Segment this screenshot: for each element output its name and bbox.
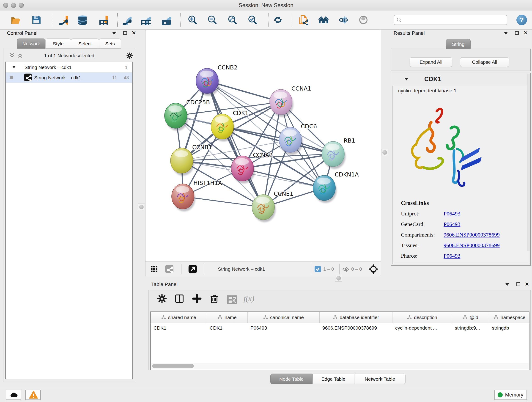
network-graph[interactable]: CCNB2CCNA1CDC25BCDK1CDC6RB1CCNB1CCNA2CDK…: [146, 30, 381, 262]
network-node-CDC6[interactable]: [279, 127, 303, 155]
protein-structure-image: [402, 101, 494, 191]
table-settings-button[interactable]: [157, 294, 167, 304]
eye-slash-icon: [338, 15, 349, 25]
save-session-button[interactable]: [31, 15, 41, 25]
tab-style[interactable]: Style: [45, 38, 71, 49]
export-table-button[interactable]: [140, 15, 151, 25]
string-import-button[interactable]: [298, 15, 308, 25]
export-table-icon: [140, 15, 151, 25]
panel-float-icon[interactable]: [516, 282, 520, 286]
import-network-database-button[interactable]: [76, 15, 87, 25]
tab-edge-table[interactable]: Edge Table: [312, 374, 354, 384]
column-header-name[interactable]: name: [207, 312, 248, 323]
cloud-button[interactable]: [6, 390, 21, 400]
zoom-selected-button[interactable]: [247, 15, 258, 25]
column-header-namespace[interactable]: namespace: [489, 312, 530, 323]
collection-expander-icon[interactable]: [13, 66, 16, 68]
share-icon[interactable]: [165, 265, 173, 273]
options-gear-icon[interactable]: [126, 52, 133, 59]
zoom-in-button[interactable]: [187, 15, 198, 25]
function-builder-button[interactable]: f(x): [244, 294, 254, 304]
warning-icon: [29, 390, 38, 400]
zoom-out-button[interactable]: [207, 15, 217, 25]
panel-menu-icon[interactable]: [112, 32, 116, 35]
search-input[interactable]: [394, 15, 507, 25]
column-header-shared-name[interactable]: shared name: [151, 312, 207, 323]
open-session-button[interactable]: [10, 15, 21, 25]
crosslink-link[interactable]: 9606.ENSP00000378699: [443, 242, 500, 248]
add-column-button[interactable]: [192, 294, 202, 304]
network-view-canvas[interactable]: CCNB2CCNA1CDC25BCDK1CDC6RB1CCNB1CCNA2CDK…: [145, 30, 381, 262]
import-table-button[interactable]: [97, 15, 108, 25]
open-external-icon[interactable]: [188, 264, 197, 274]
trash-icon: [209, 294, 219, 304]
panel-close-icon[interactable]: ✕: [132, 31, 136, 35]
network-node-CDC25B[interactable]: [165, 103, 188, 131]
delete-column-button[interactable]: [209, 294, 219, 304]
show-columns-button[interactable]: [174, 294, 184, 304]
tab-network[interactable]: Network: [17, 38, 45, 49]
panel-close-icon[interactable]: ✕: [525, 282, 529, 287]
import-network-file-button[interactable]: [57, 15, 68, 25]
network-node-CCNA1[interactable]: [270, 89, 293, 117]
memory-button[interactable]: Memory: [494, 390, 527, 400]
tab-network-table[interactable]: Network Table: [354, 374, 405, 384]
network-node-HIST1H1A[interactable]: [172, 184, 195, 211]
column-header-database-identifier[interactable]: database identifier: [320, 312, 393, 323]
expand-all-button[interactable]: Expand All: [410, 57, 452, 67]
crosslink-link[interactable]: P06493: [443, 211, 460, 217]
network-row-selected[interactable]: String Network – cdk1 11 48: [6, 72, 132, 83]
zoom-fit-button[interactable]: [227, 15, 238, 25]
network-node-CDKN1A[interactable]: [313, 175, 336, 203]
zoom-fit-icon: [227, 15, 238, 25]
network-node-CCNB2[interactable]: [196, 68, 220, 96]
export-image-icon: [160, 15, 171, 25]
network-node-CCNE1[interactable]: [252, 195, 276, 222]
warnings-button[interactable]: [25, 390, 41, 400]
toolbar-separator: [268, 13, 268, 27]
collapse-section-icon[interactable]: [405, 78, 408, 80]
help-button[interactable]: ?: [516, 15, 527, 25]
selected-checkbox-icon[interactable]: [315, 266, 321, 272]
panel-close-icon[interactable]: ✕: [523, 31, 528, 35]
delete-table-button[interactable]: [227, 294, 237, 304]
right-splitter-handle[interactable]: [381, 149, 388, 156]
tab-string[interactable]: String: [446, 39, 471, 49]
network-tab-content: 1 of 1 Network selected String Network –…: [3, 49, 135, 382]
panel-menu-icon[interactable]: [505, 283, 509, 286]
string-home-button[interactable]: [318, 15, 329, 25]
network-collection-row[interactable]: String Network – cdk1 1: [6, 62, 132, 72]
tab-sets[interactable]: Sets: [99, 38, 121, 49]
collapse-all-button[interactable]: Collapse All: [460, 57, 509, 67]
column-header-canonical-name[interactable]: canonical name: [248, 312, 320, 323]
string-hide-glyphs-button[interactable]: [338, 15, 349, 25]
panel-float-icon[interactable]: [123, 31, 127, 35]
grid-icon[interactable]: [151, 265, 158, 273]
scrollbar-thumb[interactable]: [152, 364, 194, 368]
hidden-eye-slash-icon[interactable]: [342, 266, 349, 273]
network-node-RB1[interactable]: [322, 141, 346, 169]
results-scrollbar[interactable]: [527, 74, 530, 251]
left-splitter-handle[interactable]: [138, 204, 145, 211]
column-header-description[interactable]: description: [393, 312, 452, 323]
string-glass-ball-button[interactable]: [358, 15, 369, 25]
crosslink-link[interactable]: P06493: [443, 253, 460, 259]
horizontal-scrollbar[interactable]: [151, 363, 529, 369]
crosslink-link[interactable]: P06493: [443, 221, 460, 227]
refresh-layout-button[interactable]: [273, 15, 283, 25]
network-node-CDK1[interactable]: [211, 114, 234, 141]
crosshair-icon[interactable]: [368, 264, 379, 274]
tab-node-table[interactable]: Node Table: [270, 374, 312, 384]
hierarchy-icon: [218, 315, 222, 320]
protein-header[interactable]: CDK1: [391, 73, 530, 86]
export-network-button[interactable]: [121, 15, 132, 25]
network-edge-CCNB2-CCNE1[interactable]: [207, 81, 263, 207]
column-header--id[interactable]: @id: [452, 312, 489, 323]
crosslink-link[interactable]: 9606.ENSP00000378699: [443, 232, 500, 238]
string-doc-share-icon: [298, 15, 308, 25]
panel-float-icon[interactable]: [515, 31, 519, 35]
panel-menu-icon[interactable]: [504, 32, 508, 35]
network-node-CCNA2[interactable]: [231, 156, 255, 183]
tab-select[interactable]: Select: [71, 38, 99, 49]
export-image-button[interactable]: [160, 15, 171, 25]
